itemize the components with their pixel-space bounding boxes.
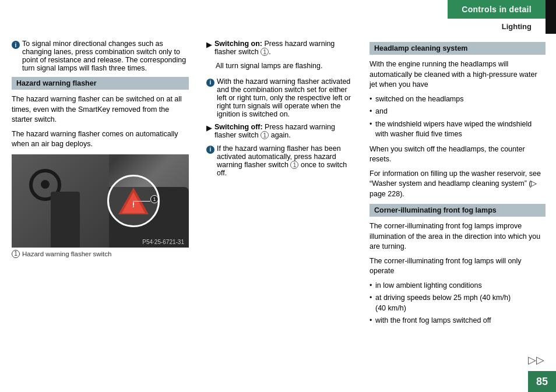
info-text-mid-2: If the hazard warning flasher has been a… (217, 144, 353, 177)
sub-header: Lighting (0, 19, 556, 34)
switching-off-label: Switching off: (214, 123, 263, 131)
switch-num-3: 1 (290, 161, 298, 169)
headlamp-bullets: switched on the headlamps and the windsh… (370, 94, 546, 140)
info-text-1: To signal minor directional changes such… (22, 40, 189, 72)
arrow-bullet-1: ▶ (206, 40, 212, 49)
section-heading-fog: Corner-illuminating front fog lamps (370, 204, 546, 217)
switching-off-section: ▶ Switching off: Press hazard warning fl… (206, 123, 353, 139)
car-interior-bg: ▲ ! 1 P54·25-6721-31 (12, 154, 189, 248)
headlamp-para-3: For information on filling up the washer… (370, 169, 546, 200)
header-black-bar (546, 0, 556, 19)
hazard-para-1: The hazard warning flasher can be switch… (12, 94, 189, 125)
circle-number-1: 1 (150, 195, 159, 203)
caption-num: 1 (12, 250, 20, 258)
headlamp-para-1: With the engine running the headlamps wi… (370, 59, 546, 90)
image-caption: 1 Hazard warning flasher switch (12, 250, 189, 258)
switch-num-2: 1 (261, 131, 269, 139)
info-icon-1: i (12, 41, 20, 49)
fog-para-1: The corner-illuminating front fog lamps … (370, 221, 546, 252)
info-icon-mid-2: i (206, 146, 214, 154)
headlamp-para-2: When you switch off the headlamps, the c… (370, 144, 546, 165)
main-content: i To signal minor directional changes su… (0, 34, 556, 392)
header-title: Controls in detail (448, 0, 546, 19)
connector-line (133, 201, 150, 202)
left-column: i To signal minor directional changes su… (0, 34, 198, 392)
mid-column: ▶ Switching on: Press hazard warning fla… (198, 34, 361, 392)
fog-bullet-2: at driving speeds below 25 mph (40 km/h)… (370, 293, 546, 313)
switching-on-text: Switching on: Press hazard warning flash… (214, 40, 353, 56)
info-text-mid-1: With the hazard warning flasher activate… (217, 77, 353, 118)
headlamp-bullet-3: the windshield wipers have wiped the win… (370, 119, 546, 140)
info-icon-mid-1: i (206, 79, 214, 87)
fog-bullets: in low ambient lighting conditions at dr… (370, 281, 546, 326)
car-image: ▲ ! 1 P54·25-6721-31 (12, 154, 189, 248)
sub-black-bar (546, 19, 556, 34)
info-block-1: i To signal minor directional changes su… (12, 40, 189, 72)
switching-on-section: ▶ Switching on: Press hazard warning fla… (206, 40, 353, 56)
page-number: 85 (528, 371, 556, 392)
hazard-para-2: The hazard warning flasher comes on auto… (12, 129, 189, 150)
all-turn-text: All turn signal lamps are flashing. (216, 61, 353, 72)
switching-off-text: Switching off: Press hazard warning flas… (214, 123, 353, 139)
info-block-mid-1: i With the hazard warning flasher activa… (206, 77, 353, 118)
right-column: Headlamp cleaning system With the engine… (361, 34, 556, 392)
section-heading-hazard: Hazard warning flasher (12, 77, 189, 90)
fog-bullet-1: in low ambient lighting conditions (370, 281, 546, 291)
fog-bullet-3: with the front fog lamps switched off (370, 316, 546, 326)
steering-center (41, 180, 50, 189)
fog-para-2: The corner-illuminating front fog lamps … (370, 256, 546, 277)
console (51, 192, 80, 248)
switching-on-label: Switching on: (214, 40, 262, 48)
caption-text: Hazard warning flasher switch (22, 250, 111, 257)
section-heading-headlamp: Headlamp cleaning system (370, 42, 546, 55)
image-ref: P54·25-6721-31 (142, 239, 184, 245)
headlamp-bullet-1: switched on the headlamps (370, 94, 546, 105)
info-block-mid-2: i If the hazard warning flasher has been… (206, 144, 353, 177)
forward-arrow: ▷▷ (528, 354, 544, 366)
headlamp-bullet-2: and (370, 107, 546, 117)
car-left (12, 154, 109, 248)
switch-num-1: 1 (261, 48, 269, 56)
lighting-label: Lighting (488, 19, 546, 34)
header-bar: Controls in detail (0, 0, 556, 19)
arrow-bullet-2: ▶ (206, 123, 212, 132)
